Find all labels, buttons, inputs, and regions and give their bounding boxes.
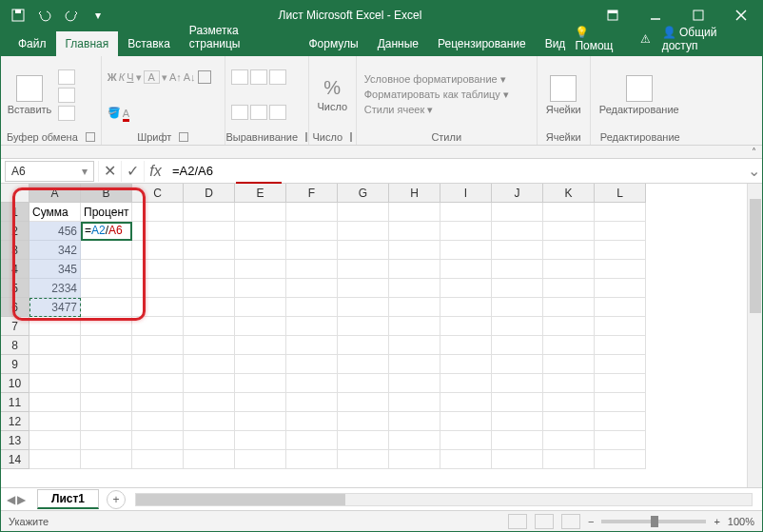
cell[interactable] [286, 393, 338, 412]
name-box-dropdown-icon[interactable]: ▾ [82, 165, 88, 178]
cell[interactable] [132, 450, 184, 469]
cell[interactable] [338, 450, 389, 469]
cell[interactable] [389, 298, 440, 317]
cell[interactable] [81, 393, 132, 412]
cell[interactable] [338, 260, 389, 279]
cells-button[interactable]: Ячейки [543, 75, 584, 115]
border-button[interactable] [198, 70, 211, 84]
cell[interactable] [132, 298, 184, 317]
cell[interactable] [184, 431, 235, 450]
cell[interactable] [338, 374, 389, 393]
cell[interactable] [235, 393, 286, 412]
cell[interactable] [492, 374, 543, 393]
align-bottom-icon[interactable] [269, 69, 286, 85]
cell[interactable] [81, 279, 132, 298]
cell[interactable] [389, 336, 440, 355]
cancel-formula-icon[interactable]: ✕ [98, 161, 121, 182]
cell[interactable] [286, 317, 338, 336]
font-dialog-icon[interactable] [179, 132, 188, 142]
cell[interactable] [132, 241, 184, 260]
font-size-box[interactable]: A [144, 70, 160, 84]
cell[interactable] [492, 279, 543, 298]
cell[interactable] [184, 260, 235, 279]
align-top-icon[interactable] [231, 69, 248, 85]
cell[interactable] [338, 222, 389, 241]
column-header[interactable]: J [492, 184, 543, 203]
cell-styles-button[interactable]: Стили ячеек ▾ [362, 103, 511, 117]
cell[interactable] [595, 241, 646, 260]
cell[interactable] [543, 412, 595, 431]
cell[interactable] [132, 412, 184, 431]
column-header[interactable]: K [543, 184, 595, 203]
tab-view[interactable]: Вид [536, 31, 576, 56]
accept-formula-icon[interactable]: ✓ [121, 161, 144, 182]
cell[interactable] [595, 431, 646, 450]
bold-button[interactable]: Ж [108, 71, 117, 83]
sheet-nav-prev-icon[interactable]: ◀ [7, 493, 15, 506]
undo-icon[interactable] [33, 4, 56, 27]
row-header[interactable]: 10 [1, 374, 29, 393]
zoom-in-icon[interactable]: + [714, 516, 719, 527]
cell[interactable] [81, 374, 132, 393]
cell[interactable] [440, 374, 492, 393]
column-header[interactable]: A [29, 184, 81, 203]
row-header[interactable]: 14 [1, 450, 29, 469]
cell[interactable] [29, 374, 81, 393]
cell[interactable] [29, 336, 81, 355]
cell[interactable] [492, 203, 543, 222]
tab-file[interactable]: Файл [9, 31, 56, 56]
cell[interactable] [286, 431, 338, 450]
cell[interactable] [184, 203, 235, 222]
cell[interactable] [543, 279, 595, 298]
cell[interactable] [184, 241, 235, 260]
cell[interactable] [338, 393, 389, 412]
row-header[interactable]: 13 [1, 431, 29, 450]
cell[interactable] [235, 260, 286, 279]
cell[interactable] [595, 317, 646, 336]
cell[interactable] [389, 241, 440, 260]
vertical-scrollbar-thumb[interactable] [750, 199, 761, 313]
cell[interactable] [440, 260, 492, 279]
number-format-button[interactable]: % Число [315, 77, 350, 112]
cell[interactable] [440, 412, 492, 431]
cell[interactable] [543, 222, 595, 241]
column-header[interactable]: L [595, 184, 646, 203]
worksheet-grid[interactable]: ABCDEFGHIJKL 1234567891011121314 СуммаПр… [1, 184, 762, 487]
column-header[interactable]: H [389, 184, 440, 203]
row-header[interactable]: 9 [1, 355, 29, 374]
column-header[interactable]: F [286, 184, 338, 203]
format-as-table-button[interactable]: Форматировать как таблицу ▾ [362, 88, 511, 102]
cell[interactable] [389, 412, 440, 431]
tab-home[interactable]: Главная [56, 31, 119, 56]
cell[interactable] [29, 393, 81, 412]
cells-area[interactable]: СуммаПроцент45634234523343477 [29, 203, 646, 469]
page-break-view-icon[interactable] [561, 514, 580, 529]
cell[interactable] [543, 260, 595, 279]
save-icon[interactable] [7, 4, 29, 27]
cell[interactable] [132, 317, 184, 336]
cell[interactable] [81, 355, 132, 374]
align-left-icon[interactable] [231, 105, 248, 120]
cell[interactable] [389, 431, 440, 450]
cell[interactable] [440, 203, 492, 222]
cell[interactable] [235, 203, 286, 222]
horizontal-scrollbar-thumb[interactable] [136, 494, 345, 505]
cell[interactable] [132, 260, 184, 279]
cell[interactable] [235, 374, 286, 393]
cell[interactable] [595, 412, 646, 431]
cell[interactable] [595, 222, 646, 241]
cell[interactable] [29, 412, 81, 431]
cell[interactable] [184, 317, 235, 336]
warning-icon[interactable]: ⚠ [640, 32, 651, 46]
tell-me[interactable]: 💡 Помощ [575, 26, 628, 52]
cell[interactable] [235, 317, 286, 336]
page-layout-view-icon[interactable] [535, 514, 554, 529]
zoom-out-icon[interactable]: − [588, 516, 594, 527]
cell[interactable] [543, 355, 595, 374]
cell[interactable] [338, 412, 389, 431]
cell[interactable] [595, 298, 646, 317]
cell[interactable]: 456 [29, 222, 81, 241]
cell[interactable] [184, 412, 235, 431]
cell[interactable] [81, 336, 132, 355]
underline-button[interactable]: Ч [127, 71, 133, 83]
